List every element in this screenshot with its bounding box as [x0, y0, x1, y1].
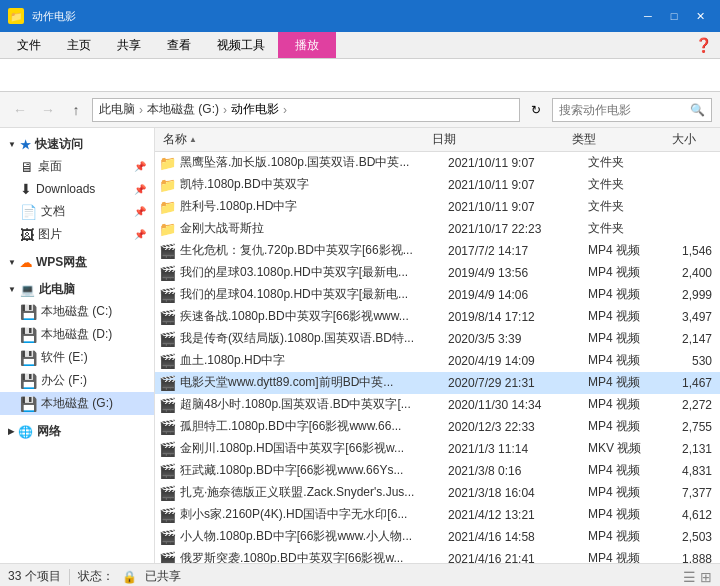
breadcrumb-thispc[interactable]: 此电脑 [99, 101, 135, 118]
file-type: MP4 视频 [580, 264, 660, 281]
tab-home[interactable]: 主页 [54, 32, 104, 58]
view-list-icon[interactable]: ☰ [683, 569, 696, 585]
file-name: 📁 黑鹰坠落.加长版.1080p.国英双语.BD中英... [155, 154, 440, 171]
folder-icon: 📁 [159, 155, 176, 171]
diskd-label: 本地磁盘 (D:) [41, 326, 112, 343]
col-name-label: 名称 [163, 131, 187, 148]
sidebar-item-diskg[interactable]: 💾 本地磁盘 (G:) [0, 392, 154, 415]
breadcrumb-current[interactable]: 动作电影 [231, 101, 279, 118]
file-name-text: 胜利号.1080p.HD中字 [180, 198, 297, 215]
col-size-label: 大小 [672, 132, 696, 146]
table-row[interactable]: 🎬 生化危机：复仇.720p.BD中英双字[66影视... 2017/7/2 1… [155, 240, 720, 262]
forward-button[interactable]: → [36, 98, 60, 122]
table-row[interactable]: 🎬 我们的星球04.1080p.HD中英双字[最新电... 2019/4/9 1… [155, 284, 720, 306]
close-button[interactable]: ✕ [688, 6, 712, 26]
file-type: 文件夹 [580, 220, 660, 237]
help-icon[interactable]: ❓ [695, 37, 712, 53]
pictures-icon: 🖼 [20, 227, 34, 243]
file-date: 2021/3/8 0:16 [440, 464, 580, 478]
file-name-text: 电影天堂www.dytt89.com]前明BD中英... [180, 374, 393, 391]
view-grid-icon[interactable]: ⊞ [700, 569, 712, 585]
minimize-button[interactable]: ─ [636, 6, 660, 26]
tab-view[interactable]: 查看 [154, 32, 204, 58]
search-input[interactable] [559, 103, 686, 117]
table-row[interactable]: 🎬 小人物.1080p.BD中字[66影视www.小人物... 2021/4/1… [155, 526, 720, 548]
diskc-icon: 💾 [20, 304, 37, 320]
table-row[interactable]: 📁 凯特.1080p.BD中英双字 2021/10/11 9:07 文件夹 [155, 174, 720, 196]
sidebar-item-documents[interactable]: 📄 文档 📌 [0, 200, 154, 223]
search-icon: 🔍 [690, 103, 705, 117]
sidebar-wps-header[interactable]: ▼ ☁ WPS网盘 [0, 250, 154, 273]
folder-icon: 📁 [159, 199, 176, 215]
table-row[interactable]: 🎬 俄罗斯突袭.1080p.BD中英双字[66影视w... 2021/4/16 … [155, 548, 720, 563]
pin-icon-desktop: 📌 [134, 161, 146, 172]
video-icon: 🎬 [159, 529, 176, 545]
status-lock-icon: 🔒 [122, 570, 137, 584]
window-controls: ─ □ ✕ [636, 6, 712, 26]
table-row[interactable]: 🎬 扎克·施奈德版正义联盟.Zack.Snyder's.Jus... 2021/… [155, 482, 720, 504]
breadcrumb-disk[interactable]: 本地磁盘 (G:) [147, 101, 219, 118]
file-list: 📁 黑鹰坠落.加长版.1080p.国英双语.BD中英... 2021/10/11… [155, 152, 720, 563]
software-label: 软件 (E:) [41, 349, 88, 366]
downloads-icon: ⬇ [20, 181, 32, 197]
video-icon: 🎬 [159, 243, 176, 259]
sidebar-item-desktop[interactable]: 🖥 桌面 📌 [0, 155, 154, 178]
file-name-text: 孤胆特工.1080p.BD中字[66影视www.66... [180, 418, 401, 435]
file-size: 2,503 [660, 530, 720, 544]
up-button[interactable]: ↑ [64, 98, 88, 122]
tab-play[interactable]: 播放 [278, 32, 336, 58]
tab-tools[interactable]: 视频工具 [204, 32, 278, 58]
refresh-button[interactable]: ↻ [524, 98, 548, 122]
file-size: 2,400 [660, 266, 720, 280]
col-name-header[interactable]: 名称 ▲ [155, 131, 424, 148]
file-type: MKV 视频 [580, 440, 660, 457]
file-type: MP4 视频 [580, 330, 660, 347]
table-row[interactable]: 🎬 疾速备战.1080p.BD中英双字[66影视www... 2019/8/14… [155, 306, 720, 328]
table-row[interactable]: 🎬 我们的星球03.1080p.HD中英双字[最新电... 2019/4/9 1… [155, 262, 720, 284]
sidebar-item-downloads[interactable]: ⬇ Downloads 📌 [0, 178, 154, 200]
tab-file[interactable]: 文件 [4, 32, 54, 58]
table-row[interactable]: 📁 黑鹰坠落.加长版.1080p.国英双语.BD中英... 2021/10/11… [155, 152, 720, 174]
chevron-right-icon-wps: ▼ [8, 258, 16, 267]
sidebar-item-pictures[interactable]: 🖼 图片 📌 [0, 223, 154, 246]
title-bar-left: 动作电影 [8, 8, 76, 24]
address-bar[interactable]: 此电脑 › 本地磁盘 (G:) › 动作电影 › [92, 98, 520, 122]
table-row[interactable]: 🎬 超脑48小时.1080p.国英双语.BD中英双字[... 2020/11/3… [155, 394, 720, 416]
tab-share[interactable]: 共享 [104, 32, 154, 58]
file-type: MP4 视频 [580, 506, 660, 523]
sidebar-item-office[interactable]: 💾 办公 (F:) [0, 369, 154, 392]
col-type-header[interactable]: 类型 [564, 131, 644, 148]
back-button[interactable]: ← [8, 98, 32, 122]
table-row[interactable]: 🎬 血土.1080p.HD中字 2020/4/19 14:09 MP4 视频 5… [155, 350, 720, 372]
sidebar-item-diskc[interactable]: 💾 本地磁盘 (C:) [0, 300, 154, 323]
file-date: 2019/4/9 13:56 [440, 266, 580, 280]
file-size: 1,467 [660, 376, 720, 390]
table-row[interactable]: 📁 胜利号.1080p.HD中字 2021/10/11 9:07 文件夹 [155, 196, 720, 218]
maximize-button[interactable]: □ [662, 6, 686, 26]
file-type: MP4 视频 [580, 418, 660, 435]
sidebar-network-header[interactable]: ▶ 🌐 网络 [0, 419, 154, 442]
file-size: 2,131 [660, 442, 720, 456]
file-size: 2,755 [660, 420, 720, 434]
table-row[interactable]: 🎬 金刚川.1080p.HD国语中英双字[66影视w... 2021/1/3 1… [155, 438, 720, 460]
main-layout: ▼ ★ 快速访问 🖥 桌面 📌 ⬇ Downloads 📌 📄 文档 📌 🖼 [0, 128, 720, 563]
downloads-label: Downloads [36, 182, 95, 196]
col-date-header[interactable]: 日期 [424, 131, 564, 148]
sidebar-section-thispc: ▼ 💻 此电脑 💾 本地磁盘 (C:) 💾 本地磁盘 (D:) 💾 软件 (E:… [0, 277, 154, 415]
col-size-header[interactable]: 大小 [644, 131, 704, 148]
sidebar-item-diskd[interactable]: 💾 本地磁盘 (D:) [0, 323, 154, 346]
table-row[interactable]: 🎬 我是传奇(双结局版).1080p.国英双语.BD特... 2020/3/5 … [155, 328, 720, 350]
file-name-text: 血土.1080p.HD中字 [180, 352, 285, 369]
sidebar-thispc-header[interactable]: ▼ 💻 此电脑 [0, 277, 154, 300]
search-box[interactable]: 🔍 [552, 98, 712, 122]
table-row[interactable]: 🎬 狂武藏.1080p.BD中字[66影视www.66Ys... 2021/3/… [155, 460, 720, 482]
table-row[interactable]: 🎬 孤胆特工.1080p.BD中字[66影视www.66... 2020/12/… [155, 416, 720, 438]
sidebar-item-software[interactable]: 💾 软件 (E:) [0, 346, 154, 369]
table-row[interactable]: 🎬 刺小s家.2160P(4K).HD国语中字无水印[6... 2021/4/1… [155, 504, 720, 526]
file-date: 2020/7/29 21:31 [440, 376, 580, 390]
file-name: 🎬 生化危机：复仇.720p.BD中英双字[66影视... [155, 242, 440, 259]
table-row[interactable]: 🎬 电影天堂www.dytt89.com]前明BD中英... 2020/7/29… [155, 372, 720, 394]
file-name: 🎬 疾速备战.1080p.BD中英双字[66影视www... [155, 308, 440, 325]
sidebar-quickaccess-header[interactable]: ▼ ★ 快速访问 [0, 132, 154, 155]
table-row[interactable]: 📁 金刚大战哥斯拉 2021/10/17 22:23 文件夹 [155, 218, 720, 240]
